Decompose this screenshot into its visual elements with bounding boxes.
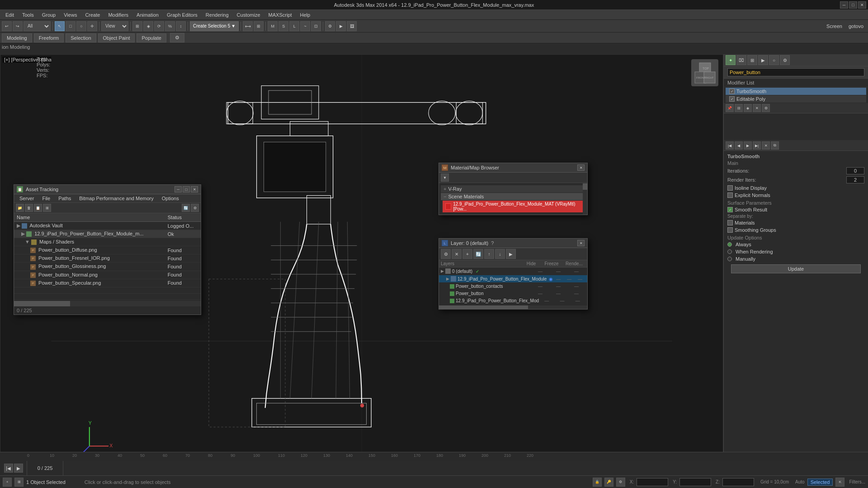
at-maximize-btn[interactable]: □ — [183, 186, 190, 192]
bs-lock-btn[interactable]: 🔒 — [593, 478, 602, 487]
lm-row-ipad[interactable]: ▶ 12.9_iPad_Pro_Power_Button_Flex_Module… — [439, 275, 587, 283]
tb-align[interactable]: ⊞ — [254, 21, 264, 31]
ts-materials-checkbox[interactable] — [727, 220, 733, 225]
select-tool[interactable]: ↖ — [55, 21, 65, 31]
tab-selection[interactable]: Selection — [66, 33, 96, 42]
at-menu-server[interactable]: Server — [16, 195, 38, 202]
tb-mirror[interactable]: ⟷ — [243, 21, 253, 31]
at-maps-expand[interactable]: ▼ — [25, 239, 31, 244]
rp-delete[interactable]: ✕ — [762, 141, 770, 150]
at-btn-settings[interactable]: ⚙ — [191, 204, 199, 212]
at-menu-file[interactable]: File — [38, 195, 54, 202]
snap-toggle[interactable]: ⊞ — [132, 21, 142, 31]
rp-nav-first[interactable]: |◀ — [726, 141, 734, 150]
ts-update-button[interactable]: Update — [731, 264, 861, 273]
at-minimize-btn[interactable]: ─ — [175, 186, 182, 192]
at-scrollbar-thumb[interactable] — [14, 301, 70, 306]
modifier-editable-poly[interactable]: ✓ Editable Poly — [726, 95, 866, 103]
lm-btn-refresh[interactable]: 🔄 — [473, 249, 483, 259]
menu-group[interactable]: Group — [38, 11, 60, 19]
create-selection-button[interactable]: Create Selection 5 ▼ — [190, 21, 239, 31]
close-button[interactable]: ✕ — [858, 1, 866, 9]
tb-layer-manager[interactable]: L — [289, 21, 299, 31]
object-name[interactable]: Power_button — [727, 68, 864, 76]
ts-render-iters-input[interactable] — [846, 176, 864, 183]
remove-modifier-btn[interactable]: ✕ — [753, 104, 761, 112]
tab-freeform[interactable]: Freeform — [34, 33, 64, 42]
nav-cube[interactable]: TOP FRONT RIGHT — [691, 59, 718, 86]
menu-create[interactable]: Create — [81, 11, 104, 19]
mb-material-item[interactable]: 12.9_iPad_Pro_Power_Button_Flex_Module_M… — [443, 201, 584, 212]
bs-btn-1[interactable]: + — [3, 478, 12, 487]
tab-options[interactable]: ⚙ — [170, 33, 184, 42]
rp-create-icon[interactable]: ✦ — [726, 55, 736, 65]
play-prev-btn[interactable]: |◀ — [4, 464, 13, 473]
lm-row-default[interactable]: ▶ 0 (default) ✓ — — — — [439, 267, 587, 275]
lm-btn-move-down[interactable]: ↓ — [495, 249, 505, 259]
at-scrollbar[interactable] — [14, 301, 201, 306]
y-coord-input[interactable] — [679, 478, 711, 486]
at-menu-bitmap[interactable]: Bitmap Performance and Memory — [75, 195, 157, 202]
menu-edit[interactable]: Edit — [2, 11, 18, 19]
modifier-turbosmooth[interactable]: ✓ TurboSmooth — [726, 88, 866, 95]
z-coord-input[interactable] — [722, 478, 754, 486]
ts-explicit-normals-checkbox[interactable] — [727, 192, 733, 198]
select-region[interactable]: □ — [66, 21, 75, 31]
lm-row-contacts[interactable]: Power_button_contacts — — — — [439, 283, 587, 290]
ts-isoline-checkbox[interactable] — [727, 185, 733, 191]
lm-scrollbar[interactable] — [439, 305, 587, 309]
bs-btn-2[interactable]: ⊞ — [14, 478, 24, 487]
lm-row-flex-mod[interactable]: 12.9_iPad_Pro_Power_Button_Flex_Mod — — … — [439, 297, 587, 305]
at-btn-2[interactable]: 🗑 — [25, 204, 33, 212]
rp-nav-last[interactable]: ▶| — [753, 141, 761, 150]
selection-filter-dropdown[interactable]: All — [24, 21, 51, 31]
tb-render-frame[interactable]: 🖼 — [347, 21, 357, 31]
menu-maxscript[interactable]: MAXScript — [265, 11, 296, 19]
modifier-editable-poly-checkbox[interactable]: ✓ — [729, 96, 735, 102]
modifier-turbosmooth-checkbox[interactable]: ✓ — [729, 89, 735, 94]
rp-motion-icon[interactable]: ▶ — [758, 55, 768, 65]
at-btn-1[interactable]: 📁 — [16, 204, 24, 212]
bs-filter-btn[interactable]: ⚙ — [616, 478, 625, 487]
menu-tools[interactable]: Tools — [19, 11, 38, 19]
snap-settings[interactable]: ◈ — [143, 21, 153, 31]
menu-help[interactable]: Help — [297, 11, 314, 19]
view-dropdown[interactable]: View — [101, 21, 128, 31]
lm-btn-close[interactable]: ✕ — [452, 249, 462, 259]
toolbar-redo[interactable]: ↪ — [13, 21, 23, 31]
lm-row-power-button[interactable]: Power_button — — — — [439, 290, 587, 297]
pin-stack-btn[interactable]: 📌 — [726, 104, 734, 112]
lm-help[interactable]: ? — [491, 240, 494, 246]
show-end-btn[interactable]: ⊟ — [735, 104, 743, 112]
lm-btn-add[interactable]: + — [462, 249, 472, 259]
tb-schematic[interactable]: ⊡ — [311, 21, 321, 31]
ts-smooth-result-checkbox[interactable]: ✓ — [727, 207, 733, 212]
menu-rendering[interactable]: Rendering — [202, 11, 232, 19]
bs-key-btn[interactable]: 🔑 — [604, 478, 613, 487]
play-play-btn[interactable]: ▶ — [14, 464, 23, 473]
mb-scene-materials-section[interactable]: − Scene Materials — [441, 193, 585, 200]
at-btn-refresh[interactable]: 🔄 — [182, 204, 190, 212]
menu-modifiers[interactable]: Modifiers — [104, 11, 132, 19]
ts-manually-radio[interactable] — [727, 257, 732, 261]
mb-vray-section[interactable]: + V-Ray — [441, 185, 585, 192]
rp-modify-icon[interactable]: ⌧ — [736, 55, 746, 65]
menu-animation[interactable]: Animation — [133, 11, 162, 19]
lm-close-btn[interactable]: ✕ — [577, 240, 585, 246]
mb-close-btn[interactable]: ✕ — [577, 164, 585, 171]
select-lasso[interactable]: ○ — [76, 21, 86, 31]
ts-smoothing-groups-checkbox[interactable] — [727, 227, 733, 233]
at-menu-options[interactable]: Options — [158, 195, 183, 202]
lm-btn-settings[interactable]: ⚙ — [441, 249, 451, 259]
lm-btn-move-up[interactable]: ↑ — [484, 249, 494, 259]
lm-btn-expand[interactable]: ▶ — [506, 249, 516, 259]
tb-render-setup[interactable]: ⚙ — [325, 21, 335, 31]
ts-when-rendering-radio[interactable] — [727, 249, 732, 254]
x-coord-input[interactable] — [637, 478, 668, 486]
tb-render[interactable]: ▶ — [336, 21, 346, 31]
configure-modifier-sets-btn[interactable]: ⚙ — [762, 104, 770, 112]
menu-graph-editors[interactable]: Graph Editors — [163, 11, 201, 19]
tb-curve-editor[interactable]: ~ — [300, 21, 310, 31]
toolbar-undo[interactable]: ↩ — [2, 21, 12, 31]
minimize-button[interactable]: ─ — [840, 1, 848, 9]
